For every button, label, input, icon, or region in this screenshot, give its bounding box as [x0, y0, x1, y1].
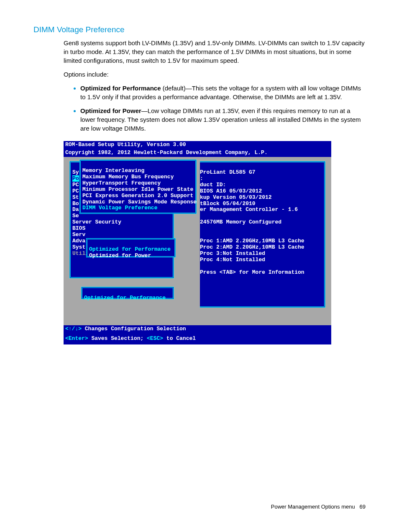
footer-text: Power Management Options menu — [271, 504, 355, 510]
bios-title-line1: ROM-Based Setup Utility, Version 3.00 — [64, 141, 331, 149]
bios-title-line2: Copyright 1982, 2012 Hewlett-Packard Dev… — [64, 149, 331, 157]
menu-item[interactable]: HyperTransport Frequency — [82, 180, 161, 186]
section-heading: DIMM Voltage Preference — [33, 25, 366, 34]
bios-current-panel: Optimized for Performance — [81, 287, 174, 299]
submenu-item-selected[interactable]: Optimized for Performance — [89, 246, 171, 252]
menu-item[interactable]: Maximum Memory Bus Frequency — [82, 174, 174, 180]
bios-footer-line2: <Enter> Saves Selection; <ESC> to Cancel — [64, 335, 331, 344]
page-footer: Power Management Options menu 69 — [33, 504, 366, 510]
option-strong: Optimized for Power — [80, 107, 141, 114]
menu-item[interactable]: Minimum Processor Idle Power State — [82, 186, 193, 193]
option-strong: Optimized for Performance — [80, 85, 161, 92]
bios-menu-panel: Memory Interleaving Maximum Memory Bus F… — [79, 159, 197, 214]
option-item: Optimized for Performance (default)—This… — [80, 84, 366, 101]
bios-submenu-panel: Optimized for Performance Optimized for … — [86, 238, 176, 257]
bios-info-panel: ProLiant DL585 G7 : duct ID: BIOS A16 05… — [200, 161, 325, 308]
bios-body: Sy Po PC PC St Bo Da Se Server Security.… — [64, 157, 331, 325]
body-para-1: Gen8 systems support both LV-DIMMs (1.35… — [64, 39, 366, 65]
submenu-item[interactable]: Optimized for Power — [89, 252, 151, 259]
options-label: Options include: — [64, 70, 366, 79]
menu-item[interactable]: PCI Express Generation 2.0 Support — [82, 193, 193, 199]
menu-item[interactable]: Memory Interleaving — [82, 167, 144, 174]
menu-item[interactable]: Dynamic Power Savings Mode Response — [82, 199, 197, 205]
options-list: Optimized for Performance (default)—This… — [64, 84, 366, 133]
bios-screenshot: ROM-Based Setup Utility, Version 3.00 Co… — [64, 141, 331, 344]
option-item: Optimized for Power—Low voltage DIMMs ru… — [80, 106, 366, 133]
menu-item-selected[interactable]: DIMM Voltage Preference — [82, 205, 157, 211]
bios-footer-line1: <↑/↓> Changes Configuration Selection — [64, 325, 331, 335]
current-value: Optimized for Performance — [84, 295, 166, 301]
page-number: 69 — [360, 504, 366, 510]
